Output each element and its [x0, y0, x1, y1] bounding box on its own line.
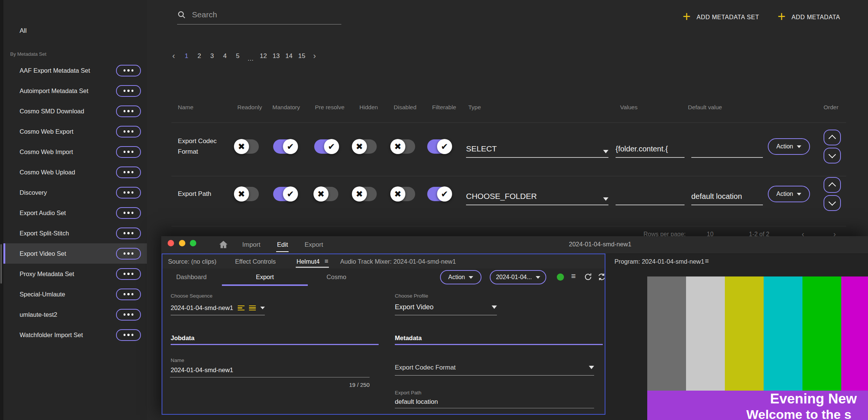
- item-menu-button[interactable]: [116, 105, 141, 117]
- move-up-button[interactable]: [824, 130, 841, 145]
- path-field-value[interactable]: default location: [395, 398, 438, 406]
- type-select[interactable]: SELECT: [466, 141, 608, 158]
- sidebar-item-all[interactable]: All: [20, 27, 27, 35]
- move-up-button[interactable]: [824, 177, 841, 193]
- item-menu-button[interactable]: [116, 65, 141, 76]
- panel-menu-icon[interactable]: ≡: [705, 257, 709, 265]
- helmut-tab-export[interactable]: Export: [242, 269, 287, 285]
- project-dropdown[interactable]: 2024-01-04...: [490, 270, 546, 284]
- close-window-button[interactable]: [168, 240, 174, 246]
- panel-tab[interactable]: Effect Controls: [235, 254, 276, 269]
- pre-resolve-toggle[interactable]: ✖: [314, 187, 338, 201]
- row-action-dropdown[interactable]: Action: [768, 186, 810, 202]
- pagination-page[interactable]: 3: [206, 52, 219, 60]
- type-select[interactable]: CHOOSE_FOLDER: [466, 188, 608, 205]
- window-tab-import[interactable]: Import: [242, 241, 260, 249]
- sidebar-scrollbar[interactable]: [0, 244, 2, 284]
- values-input[interactable]: {folder.content.{: [616, 141, 685, 158]
- sync-icon[interactable]: [598, 273, 606, 281]
- pagination-page[interactable]: 4: [219, 52, 231, 60]
- home-icon[interactable]: [219, 240, 228, 249]
- choose-profile-select[interactable]: Export Video: [395, 299, 497, 315]
- pagination-next-icon[interactable]: ›: [308, 52, 321, 60]
- metadata-section-rule: [395, 344, 603, 345]
- panel-tab[interactable]: Audio Track Mixer: 2024-01-04-smd-new1: [340, 254, 456, 269]
- item-menu-button[interactable]: [116, 268, 141, 280]
- item-menu-button[interactable]: [116, 228, 141, 239]
- move-down-button[interactable]: [824, 148, 841, 163]
- default-value-input[interactable]: [691, 141, 763, 158]
- default-value-input[interactable]: default location: [691, 188, 763, 205]
- sidebar-item[interactable]: Export Video Set: [3, 243, 147, 264]
- item-menu-button[interactable]: [116, 329, 141, 341]
- pagination-page[interactable]: 1: [180, 52, 193, 60]
- readonly-toggle[interactable]: ✖: [235, 187, 259, 201]
- codec-select[interactable]: Export Codec Format: [395, 360, 594, 376]
- choose-sequence-field[interactable]: 2024-01-04-smd-new1: [171, 301, 265, 315]
- helmut-tab-dashboard[interactable]: Dashboard: [169, 269, 214, 285]
- window-tab-export[interactable]: Export: [304, 241, 323, 249]
- sidebar-item[interactable]: Autoimport Metadata Set: [3, 81, 147, 101]
- action-dropdown[interactable]: Action: [440, 270, 481, 284]
- pagination-page[interactable]: 2: [193, 52, 206, 60]
- add-metadata-set-button[interactable]: + ADD METADATA SET: [683, 10, 759, 25]
- sidebar-item[interactable]: Proxy Metadata Set: [3, 264, 147, 284]
- menu-icon[interactable]: ≡: [571, 272, 576, 281]
- panel-tab[interactable]: Source: (no clips): [168, 254, 216, 269]
- readonly-toggle[interactable]: ✖: [235, 139, 259, 154]
- plus-icon: +: [683, 10, 691, 23]
- active-tab-underline: [222, 284, 308, 286]
- item-menu-button[interactable]: [116, 289, 141, 300]
- pre-resolve-toggle[interactable]: ✔: [314, 139, 338, 154]
- item-menu-button[interactable]: [116, 309, 141, 321]
- column-header: Type: [468, 104, 481, 111]
- chevron-down-icon: [828, 151, 836, 158]
- disabled-toggle[interactable]: ✖: [391, 139, 415, 154]
- add-metadata-label: ADD METADATA: [792, 14, 840, 21]
- sidebar-item[interactable]: Special-Umlaute: [3, 284, 147, 304]
- values-input[interactable]: [616, 188, 685, 205]
- move-down-button[interactable]: [824, 195, 841, 211]
- sidebar-item[interactable]: AAF Export Metadata Set: [3, 60, 147, 81]
- cross-icon: ✖: [234, 186, 249, 202]
- refresh-icon[interactable]: [584, 273, 592, 281]
- panel-tab[interactable]: Helmut4≡: [296, 254, 328, 269]
- add-metadata-button[interactable]: + ADD METADATA: [778, 10, 840, 25]
- hidden-toggle[interactable]: ✖: [353, 187, 377, 201]
- sidebar-item[interactable]: Cosmo SMD Download: [3, 101, 147, 121]
- mandatory-toggle[interactable]: ✔: [273, 139, 297, 154]
- pagination-page[interactable]: 14: [283, 52, 295, 60]
- row-action-dropdown[interactable]: Action: [768, 138, 810, 155]
- pagination-prev-icon[interactable]: ‹: [167, 52, 180, 60]
- choose-profile-value: Export Video: [395, 303, 434, 311]
- sequence-list-icon[interactable]: [249, 305, 256, 311]
- window-tab-edit[interactable]: Edit: [277, 241, 288, 249]
- window-titlebar[interactable]: ImportEditExport 2024-01-04-smd-new1: [161, 236, 868, 254]
- helmut-tab-cosmo[interactable]: Cosmo: [314, 269, 359, 285]
- check-icon: ✔: [283, 139, 298, 154]
- hidden-toggle[interactable]: ✖: [353, 139, 377, 154]
- pagination-page[interactable]: 5: [231, 52, 244, 60]
- open-sequence-icon[interactable]: [238, 305, 245, 311]
- mandatory-toggle[interactable]: ✔: [273, 187, 297, 201]
- item-menu-button[interactable]: [116, 85, 141, 97]
- sidebar-item[interactable]: umlaute-test2: [3, 304, 147, 325]
- pagination-page[interactable]: 12: [257, 52, 270, 60]
- zoom-window-button[interactable]: [190, 240, 196, 246]
- panel-menu-icon[interactable]: ≡: [324, 258, 328, 265]
- minimize-window-button[interactable]: [179, 240, 185, 246]
- app-root: All By Metadata Set AAF Export Metadata …: [0, 0, 868, 420]
- pagination-page[interactable]: 15: [295, 52, 308, 60]
- filterable-toggle[interactable]: ✔: [427, 139, 451, 154]
- metadata-section-title: Metadata: [395, 334, 422, 342]
- column-header: Name: [178, 104, 193, 111]
- disabled-toggle[interactable]: ✖: [391, 187, 415, 201]
- filterable-toggle[interactable]: ✔: [427, 187, 451, 201]
- name-field-value[interactable]: 2024-01-04-smd-new1: [171, 367, 233, 374]
- pagination-page[interactable]: 13: [270, 52, 283, 60]
- search-field[interactable]: [177, 5, 341, 24]
- search-input[interactable]: [191, 10, 341, 20]
- item-menu-button[interactable]: [116, 248, 141, 260]
- sidebar-item[interactable]: Watchfolder Import Set: [3, 325, 147, 345]
- sidebar-item[interactable]: Export Split-Stitch: [3, 223, 147, 243]
